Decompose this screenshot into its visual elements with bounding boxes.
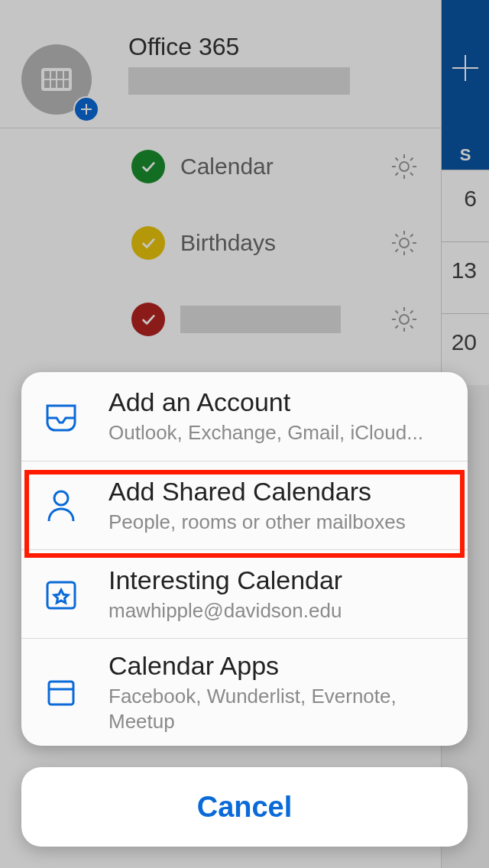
sheet-item-add-account[interactable]: Add an Account Outlook, Exchange, Gmail,… xyxy=(21,372,468,461)
sheet-item-interesting-calendar[interactable]: Interesting Calendar mawhipple@davidson.… xyxy=(21,549,468,638)
star-calendar-icon xyxy=(41,575,81,614)
sheet-item-subtitle: Facebook, Wunderlist, Evernote, Meetup xyxy=(108,684,448,734)
svg-rect-5 xyxy=(49,682,73,704)
sheet-item-title: Add Shared Calendars xyxy=(108,477,406,507)
svg-rect-4 xyxy=(47,582,75,608)
inbox-icon xyxy=(41,397,81,436)
sheet-item-subtitle: Outlook, Exchange, Gmail, iCloud... xyxy=(108,420,423,445)
person-icon xyxy=(41,486,81,526)
sheet-item-subtitle: mawhipple@davidson.edu xyxy=(108,598,342,623)
svg-point-3 xyxy=(54,491,68,505)
sheet-item-add-shared-calendars[interactable]: Add Shared Calendars People, rooms or ot… xyxy=(21,461,468,549)
sheet-item-title: Add an Account xyxy=(108,387,423,417)
action-sheet: Add an Account Outlook, Exchange, Gmail,… xyxy=(21,372,468,746)
cancel-button[interactable]: Cancel xyxy=(21,767,468,847)
sheet-item-title: Calendar Apps xyxy=(108,651,448,681)
sheet-item-calendar-apps[interactable]: Calendar Apps Facebook, Wunderlist, Ever… xyxy=(21,638,468,746)
sheet-item-subtitle: People, rooms or other mailboxes xyxy=(108,510,406,535)
calendar-icon xyxy=(41,672,81,712)
sheet-item-title: Interesting Calendar xyxy=(108,565,342,595)
